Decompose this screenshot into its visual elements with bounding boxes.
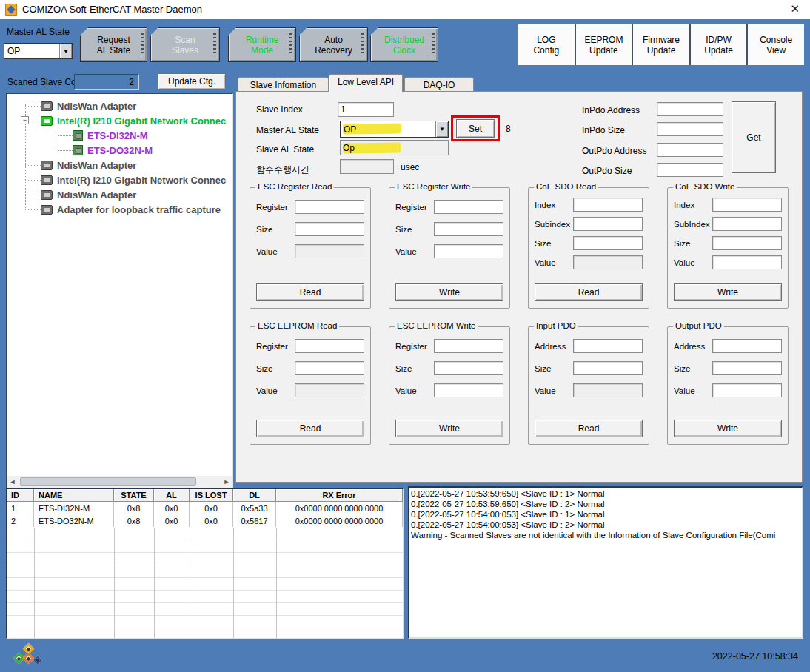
esc-register-write-size-input[interactable] — [434, 222, 503, 236]
coe-sdo-read-button[interactable]: Read — [535, 283, 643, 301]
table-row[interactable]: 1 ETS-DI32N-M 0x8 0x0 0x0 0x5a33 0x0000 … — [7, 502, 403, 514]
coe-sdo-write-size-input[interactable] — [712, 236, 782, 250]
master-al-state-field-combobox[interactable]: OP ▼ — [340, 121, 449, 138]
window-title: COMIZOA Soft-EtherCAT Master Daemon — [22, 4, 202, 15]
column-header[interactable]: ID — [7, 489, 34, 501]
scrollbar-thumb[interactable] — [20, 477, 196, 486]
network-adapter-icon — [41, 161, 53, 170]
logo-diamond-blue — [33, 656, 41, 664]
coe-sdo-read-size-input[interactable] — [573, 236, 643, 250]
network-adapter-icon — [41, 205, 53, 215]
esc-register-write-button[interactable]: Write — [395, 283, 503, 301]
outpdo-address-input[interactable] — [657, 143, 723, 157]
coe-sdo-write-button[interactable]: Write — [674, 283, 782, 301]
exec-time-unit-label: usec — [401, 162, 419, 172]
outpdo-size-label: OutPdo Size — [582, 166, 632, 176]
tree-item-intel-i210-active[interactable]: Intel(R) I210 Gigabit Network Connec — [41, 113, 226, 128]
runtime-mode-button[interactable]: RuntimeMode — [228, 27, 296, 62]
column-header[interactable]: IS LOST — [190, 489, 233, 501]
esc-eeprom-read-register-input[interactable] — [295, 339, 364, 353]
group-input-pdo: Input PDO Address Size Value Read — [528, 326, 649, 445]
coe-sdo-read-index-input[interactable] — [573, 198, 643, 212]
log-line: 0.[2022-05-27 10:54:00:053] <Slave ID : … — [411, 509, 800, 520]
slave-chip-icon — [73, 130, 83, 141]
column-header[interactable]: DL — [233, 489, 276, 501]
tree-item-intel-i210[interactable]: Intel(R) I210 Gigabit Network Connec — [41, 172, 226, 187]
request-al-state-button[interactable]: RequestAL State — [80, 27, 147, 62]
chevron-down-icon[interactable]: ▼ — [435, 121, 448, 137]
app-icon — [5, 4, 17, 16]
esc-eeprom-write-register-input[interactable] — [434, 339, 503, 353]
output-pdo-size-input[interactable] — [712, 361, 782, 375]
auto-recovery-button[interactable]: AutoRecovery — [299, 27, 368, 62]
column-header[interactable]: NAME — [34, 489, 114, 501]
outpdo-size-input[interactable] — [657, 163, 723, 177]
tree-item-ndiswan-adapter[interactable]: NdisWan Adapter — [41, 158, 136, 172]
network-adapter-icon — [41, 190, 53, 200]
close-icon[interactable]: ✕ — [790, 2, 800, 16]
scroll-right-icon[interactable]: ► — [221, 476, 232, 488]
column-header[interactable]: RX Error — [276, 489, 403, 501]
coe-sdo-read-subindex-input[interactable] — [573, 217, 643, 231]
slave-index-input[interactable] — [338, 102, 394, 117]
firmware-update-button[interactable]: FirmwareUpdate — [633, 24, 689, 65]
tree-collapse-icon[interactable]: − — [21, 116, 29, 124]
coe-sdo-write-index-input[interactable] — [712, 198, 782, 212]
chevron-down-icon[interactable]: ▼ — [59, 44, 72, 58]
event-log-panel[interactable]: 0.[2022-05-27 10:53:59:650] <Slave ID : … — [408, 486, 803, 639]
input-pdo-address-input[interactable] — [573, 339, 643, 353]
input-pdo-size-input[interactable] — [573, 361, 643, 375]
esc-register-write-register-input[interactable] — [434, 200, 503, 214]
group-esc-register-write: ESC Register Write Register Size Value W… — [389, 187, 510, 309]
get-button[interactable]: Get — [732, 101, 776, 173]
tab-daq-io[interactable]: DAQ-IO — [404, 77, 474, 92]
tree-item-ets-do32n-m[interactable]: ETS-DO32N-M — [73, 143, 153, 158]
esc-eeprom-write-button[interactable]: Write — [395, 420, 503, 437]
horizontal-scrollbar[interactable]: ◄ ► — [7, 476, 232, 488]
tree-item-ndiswan-adapter[interactable]: NdisWan Adapter — [41, 98, 136, 113]
button-grip — [141, 33, 144, 56]
coe-sdo-write-subindex-input[interactable] — [712, 217, 782, 231]
button-grip — [361, 33, 364, 56]
esc-register-write-value-input[interactable] — [434, 244, 503, 258]
esc-eeprom-read-size-input[interactable] — [295, 361, 364, 375]
tree-item-loopback-adapter[interactable]: Adapter for loopback traffic capture — [41, 202, 221, 217]
column-header[interactable]: STATE — [114, 489, 154, 501]
set-button[interactable]: Set — [456, 119, 495, 138]
console-view-button[interactable]: ConsoleView — [748, 24, 804, 65]
esc-eeprom-write-size-input[interactable] — [434, 361, 503, 375]
logo-diamond-orange — [23, 653, 35, 665]
column-header[interactable]: AL — [154, 489, 190, 501]
tree-item-ets-di32n-m[interactable]: ETS-DI32N-M — [73, 128, 148, 143]
output-pdo-value-input[interactable] — [712, 383, 782, 397]
eeprom-update-button[interactable]: EEPROMUpdate — [576, 24, 632, 65]
output-pdo-address-input[interactable] — [712, 339, 782, 353]
distributed-clock-button[interactable]: DistribuedClock — [370, 27, 438, 62]
output-pdo-write-button[interactable]: Write — [674, 420, 782, 437]
esc-register-read-size-input[interactable] — [295, 222, 364, 236]
master-al-state-combobox[interactable]: OP ▼ — [4, 43, 73, 59]
button-grip — [432, 33, 435, 56]
table-empty-grid — [7, 528, 403, 638]
scan-slaves-button[interactable]: ScanSlaves — [150, 27, 220, 62]
log-config-button[interactable]: LOGConfig — [518, 24, 575, 65]
log-line: 0.[2022-05-27 10:53:59:650] <Slave ID : … — [411, 499, 800, 509]
table-row[interactable]: 2 ETS-DO32N-M 0x8 0x0 0x0 0x5617 0x0000 … — [7, 514, 403, 527]
idpw-update-button[interactable]: ID/PWUpdate — [691, 24, 747, 65]
esc-register-read-value-field — [295, 244, 364, 258]
tab-low-level-api[interactable]: Low Level API — [329, 74, 403, 92]
tab-slave-information[interactable]: Slave Infomation — [238, 77, 329, 92]
input-pdo-read-button[interactable]: Read — [535, 420, 643, 437]
coe-sdo-write-value-input[interactable] — [712, 255, 782, 269]
esc-register-read-button[interactable]: Read — [256, 283, 364, 301]
inpdo-size-input[interactable] — [657, 122, 723, 136]
esc-register-read-register-input[interactable] — [295, 200, 364, 214]
tree-line — [30, 121, 41, 121]
esc-eeprom-write-value-input[interactable] — [434, 383, 503, 397]
inpdo-address-input[interactable] — [657, 102, 723, 116]
esc-eeprom-read-button[interactable]: Read — [256, 420, 364, 437]
tree-item-ndiswan-adapter[interactable]: NdisWan Adapter — [41, 187, 136, 202]
button-grip — [289, 33, 292, 56]
scroll-left-icon[interactable]: ◄ — [7, 476, 19, 488]
update-cfg-button[interactable]: Update Cfg. — [158, 73, 226, 90]
